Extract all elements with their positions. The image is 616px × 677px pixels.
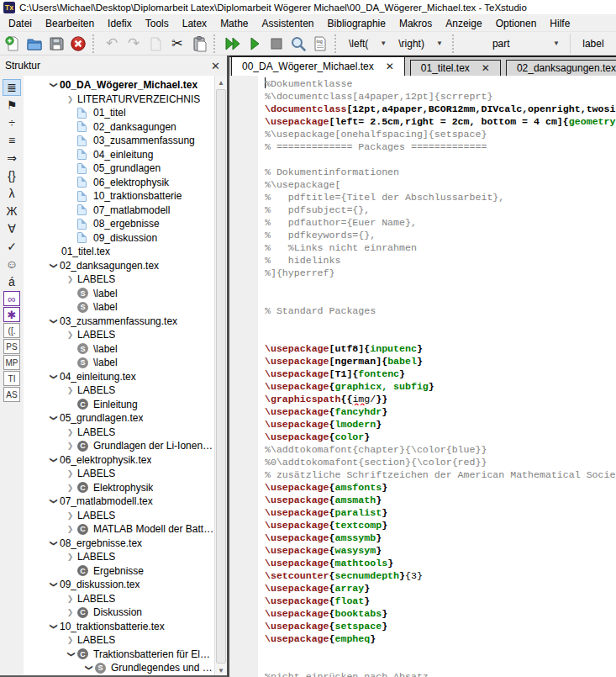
chevron-down-icon[interactable]: ❮ — [49, 453, 57, 468]
chevron-right-icon[interactable]: ❯ — [63, 469, 77, 478]
chevron-right-icon[interactable]: ❯ — [63, 608, 77, 616]
code-line[interactable]: %nicht einrücken nach Absatz — [265, 670, 616, 677]
tree-item[interactable]: 01_titel — [24, 106, 214, 120]
chevron-right-icon[interactable]: ❯ — [63, 275, 77, 283]
arrows-icon[interactable]: ⇒ — [3, 150, 21, 167]
menu-latex[interactable]: Latex — [176, 16, 213, 31]
chevron-down-icon[interactable]: ❮ — [49, 411, 57, 426]
menu-idefix[interactable]: Idefix — [101, 16, 139, 31]
code-line[interactable]: \usepackage{paralist} — [265, 506, 616, 519]
tree-item[interactable]: ❮07_matlabmodell.tex — [24, 495, 214, 509]
code-line[interactable]: %]{hyperref} — [265, 267, 616, 279]
code-line[interactable]: % ============= Packages ============= — [265, 140, 616, 153]
code-line[interactable]: % pdfsubject={}, — [265, 204, 616, 216]
code-line[interactable]: \documentclass[12pt,a4paper,BCOR12mm,DIV… — [265, 103, 616, 115]
code-line[interactable]: \usepackage{textcomp} — [265, 519, 616, 532]
pstricks-icon[interactable]: PS — [3, 339, 20, 354]
code-line[interactable]: % pdfauthor={Euer Name}, — [265, 216, 616, 229]
code-line[interactable] — [265, 279, 616, 292]
tree-item[interactable]: CEinleitung — [24, 398, 214, 412]
operators-icon[interactable]: ≡ — [3, 132, 21, 149]
chevron-right-icon[interactable]: ❯ — [63, 484, 77, 492]
code-line[interactable]: %\usepackage[onehalfspacing]{setspace} — [265, 128, 616, 140]
menu-hilfe[interactable]: Hilfe — [543, 16, 577, 31]
tree-item[interactable]: 04_einleitung — [24, 148, 214, 162]
chevron-down-icon[interactable]: ❮ — [66, 648, 75, 662]
redo-button[interactable]: ↷ — [123, 34, 145, 54]
left-delimiter-combo[interactable]: \left( ▼ — [343, 34, 392, 53]
chevron-right-icon[interactable]: ❯ — [63, 442, 77, 450]
chevron-right-icon[interactable]: ❯ — [63, 95, 77, 103]
code-line[interactable]: \usepackage{booktabs} — [265, 607, 616, 620]
chevron-down-icon[interactable]: ❮ — [49, 578, 57, 592]
accents-icon[interactable]: á — [3, 273, 21, 290]
tree-item[interactable]: ❮03_zusammenfassung.tex — [24, 315, 214, 329]
asterisk-icon[interactable]: ✱ — [3, 307, 20, 322]
chevron-right-icon[interactable]: ❯ — [63, 595, 77, 603]
chevron-down-icon[interactable]: ❮ — [49, 78, 57, 93]
new-document-button[interactable] — [2, 34, 24, 54]
sectioning-combo[interactable]: part ▼ — [482, 34, 570, 53]
tree-item[interactable]: ❯LABELS — [24, 467, 214, 481]
tab[interactable]: 02_danksagungen.tex — [506, 60, 616, 76]
tree-scrollbar[interactable]: ▲ ▼ — [214, 76, 227, 677]
code-line[interactable]: % zusätzliche Schriftzeichen der America… — [265, 468, 616, 481]
tree-item[interactable]: 01_titel.tex — [24, 245, 214, 259]
copy-button[interactable] — [145, 34, 166, 54]
tree-item[interactable]: ❯LABELS — [24, 550, 214, 564]
chevron-down-icon[interactable]: ❮ — [49, 495, 57, 509]
paste-button[interactable] — [188, 34, 210, 54]
code-line[interactable]: %\usepackage[ — [265, 178, 616, 191]
tree-item[interactable]: S\label — [24, 300, 214, 315]
tree-item[interactable]: S\label — [24, 342, 214, 357]
code-line[interactable] — [265, 292, 616, 304]
delimiters-icon[interactable]: {} — [3, 167, 21, 184]
code-line[interactable]: \usepackage{float} — [265, 595, 616, 607]
misc-math-icon[interactable]: ∀ — [3, 220, 21, 237]
tree-item[interactable]: ❮04_einleitung.tex — [24, 370, 214, 384]
compile-button[interactable] — [244, 34, 266, 54]
code-line[interactable]: \setcounter{secnumdepth}{3} — [265, 569, 616, 582]
code-line[interactable]: \usepackage{array} — [265, 582, 616, 595]
tree-item[interactable]: ❮05_grundlagen.tex — [24, 411, 214, 426]
code-line[interactable]: \usepackage{wasysym} — [265, 544, 616, 557]
tree-item[interactable]: ❮08_ergebnisse.tex — [24, 537, 214, 551]
tree-item[interactable]: ❮02_danksagungen.tex — [24, 259, 214, 273]
chevron-right-icon[interactable]: ❯ — [63, 331, 77, 339]
tree-item[interactable]: ❯CGrundlagen der Li-Ionen-Batterie — [24, 439, 214, 453]
scroll-up-icon[interactable]: ▲ — [215, 77, 227, 88]
code-line[interactable]: \usepackage{fancyhdr} — [265, 405, 616, 418]
chevron-down-icon[interactable]: ❮ — [49, 370, 57, 384]
code-line[interactable]: \usepackage{mathtools} — [265, 557, 616, 569]
chevron-right-icon[interactable]: ❯ — [63, 511, 77, 520]
tree-item[interactable]: ❮CTraktionsbatterien für Elektromo... — [24, 648, 214, 662]
chevron-down-icon[interactable]: ❮ — [84, 661, 92, 675]
code-line[interactable]: % Standard Packages — [265, 304, 616, 317]
code-line[interactable] — [265, 153, 616, 166]
chevron-down-icon[interactable]: ❮ — [49, 315, 57, 329]
tree-item[interactable]: ❮SGrundlegendes und Einteilung — [24, 661, 214, 675]
tree-item[interactable]: ❯LABELS — [24, 328, 214, 342]
view-log-button[interactable]: log — [309, 34, 331, 54]
greek-icon[interactable]: λ — [3, 185, 21, 202]
code-line[interactable] — [265, 658, 616, 670]
tree-item[interactable]: CErgebnisse — [24, 564, 214, 579]
tree-item[interactable]: ❮09_diskussion.tex — [24, 578, 214, 592]
code-line[interactable]: \usepackage[ngerman]{babel} — [265, 355, 616, 368]
metapost-icon[interactable]: MP — [3, 355, 20, 370]
view-pdf-button[interactable] — [287, 34, 309, 54]
tree-item[interactable]: ❮10_traktionsbatterie.tex — [24, 620, 214, 634]
code-line[interactable]: \usepackage{amsfonts} — [265, 481, 616, 494]
tree-item[interactable]: ❯LABELS — [24, 272, 214, 287]
bookmark-icon[interactable]: ⚑ — [3, 97, 21, 114]
chevron-down-icon[interactable]: ❮ — [49, 259, 57, 273]
open-button[interactable] — [24, 34, 45, 54]
code-line[interactable]: % pdfkeywords={}, — [265, 229, 616, 241]
menu-anzeige[interactable]: Anzeige — [439, 16, 488, 31]
chevron-down-icon[interactable]: ❮ — [49, 620, 57, 634]
tree-item[interactable]: ❯LITERATURVERZEICHNIS — [24, 93, 214, 107]
scroll-down-icon[interactable]: ▼ — [215, 664, 227, 676]
tree-item[interactable]: 10_traktionsbatterie — [24, 189, 214, 204]
code-line[interactable]: \usepackage[left= 2.5cm,right = 2cm, bot… — [265, 115, 616, 128]
stop-button[interactable] — [266, 34, 287, 54]
